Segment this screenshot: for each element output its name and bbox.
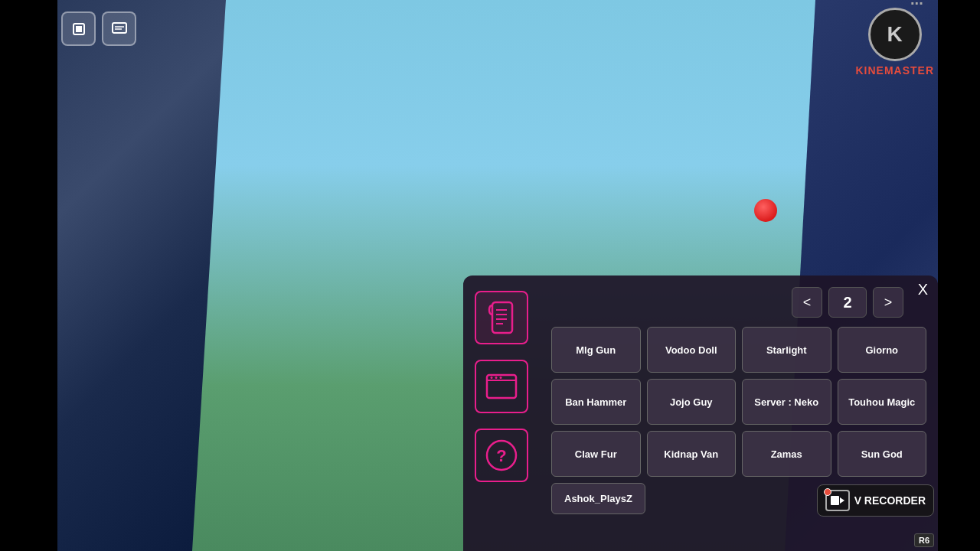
- item-server-neko[interactable]: Server : Neko: [742, 379, 831, 425]
- next-page-button[interactable]: >: [873, 287, 903, 318]
- roblox-icon[interactable]: [61, 11, 96, 46]
- svg-point-14: [500, 377, 502, 379]
- sidebar-window-button[interactable]: [475, 360, 528, 413]
- item-kidnap-van[interactable]: Kidnap Van: [647, 431, 737, 477]
- svg-point-13: [495, 377, 498, 379]
- kinemaster-watermark: ··· K KINEMASTER: [855, 8, 934, 77]
- svg-rect-5: [492, 302, 512, 333]
- svg-rect-2: [113, 23, 126, 33]
- page-number: 2: [828, 287, 867, 318]
- side-bar-right: [938, 0, 980, 551]
- chat-icon[interactable]: [102, 11, 136, 46]
- top-left-icons: [61, 11, 136, 46]
- item-zamas[interactable]: Zamas: [742, 431, 831, 477]
- v-recorder-badge: V RECORDER: [817, 484, 934, 517]
- r6-badge: R6: [914, 533, 934, 547]
- prev-page-button[interactable]: <: [792, 287, 822, 318]
- v-recorder-label: V RECORDER: [854, 494, 926, 507]
- username-button[interactable]: Ashok_PlaysZ: [551, 483, 645, 514]
- svg-marker-18: [840, 497, 844, 504]
- item-sun-god[interactable]: Sun God: [838, 431, 927, 477]
- item-grid-row1: Mlg Gun Vodoo Doll Starlight Giorno: [551, 327, 926, 373]
- v-recorder-icon: [825, 490, 850, 511]
- menu-sidebar: ?: [463, 276, 540, 551]
- item-giorno[interactable]: Giorno: [838, 327, 927, 373]
- sidebar-help-button[interactable]: ?: [475, 429, 528, 482]
- svg-point-12: [491, 377, 493, 379]
- item-grid-row2: Ban Hammer Jojo Guy Server : Neko Touhou…: [551, 379, 926, 425]
- item-vodoo-doll[interactable]: Vodoo Doll: [647, 327, 737, 373]
- rock-left: [57, 0, 226, 551]
- kinemaster-logo: ··· K: [868, 8, 922, 61]
- item-mlg-gun[interactable]: Mlg Gun: [551, 327, 641, 373]
- close-button[interactable]: X: [912, 279, 934, 300]
- kinemaster-label: KINEMASTER: [855, 64, 934, 77]
- svg-text:?: ?: [496, 446, 506, 465]
- item-jojo-guy[interactable]: Jojo Guy: [647, 379, 737, 425]
- sidebar-scroll-button[interactable]: [475, 291, 528, 344]
- pagination: < 2 >: [551, 283, 926, 318]
- item-ban-hammer[interactable]: Ban Hammer: [551, 379, 641, 425]
- item-claw-fur[interactable]: Claw Fur: [551, 431, 641, 477]
- svg-rect-1: [76, 26, 82, 32]
- v-recorder-dot: [824, 488, 831, 496]
- svg-rect-17: [831, 496, 839, 505]
- item-grid-row3: Claw Fur Kidnap Van Zamas Sun God: [551, 431, 926, 477]
- side-bar-left: [0, 0, 57, 551]
- item-touhou-magic[interactable]: Touhou Magic: [838, 379, 927, 425]
- red-orb: [754, 199, 777, 222]
- km-dots: ···: [910, 0, 923, 12]
- item-starlight[interactable]: Starlight: [742, 327, 831, 373]
